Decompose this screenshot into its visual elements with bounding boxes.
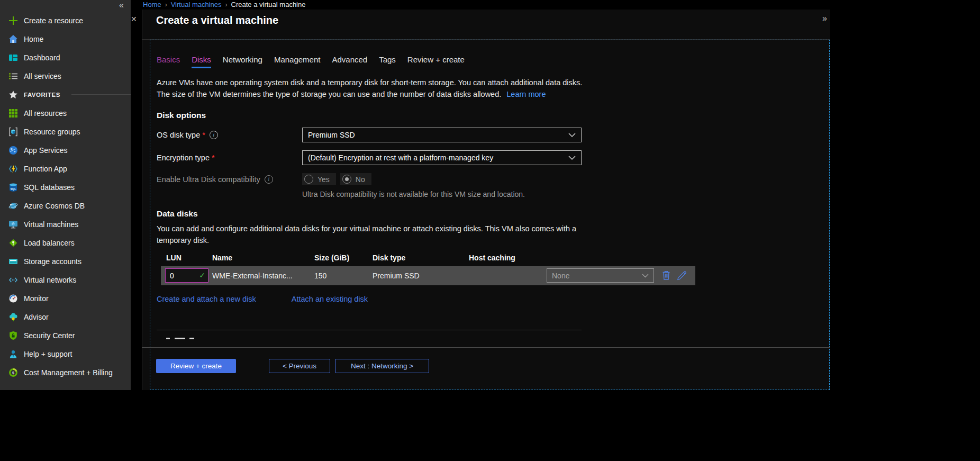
encryption-type-select[interactable]: (Default) Encryption at rest with a plat… — [302, 150, 582, 165]
tab-tags[interactable]: Tags — [379, 55, 396, 68]
data-disks-description: You can add and configure additional dat… — [157, 223, 577, 246]
sidebar-item-azure-cosmos-db[interactable]: Azure Cosmos DB — [0, 196, 131, 215]
chevron-down-icon — [568, 133, 576, 138]
sidebar-item-all-services[interactable]: All services — [0, 67, 131, 85]
info-icon[interactable]: i — [210, 131, 218, 139]
sidebar-item-label: Virtual networks — [24, 276, 76, 284]
sidebar-item-monitor[interactable]: Monitor — [0, 289, 131, 308]
column-header-name: Name — [212, 254, 232, 262]
tab-advanced[interactable]: Advanced — [332, 55, 367, 68]
ultra-disk-radio-group: Yes No — [302, 173, 376, 185]
sidebar-item-sql-databases[interactable]: SQL SQL databases — [0, 178, 131, 196]
sidebar-item-function-app[interactable]: Function App — [0, 159, 131, 178]
os-disk-type-value: Premium SSD — [308, 131, 355, 139]
sidebar-item-label: App Services — [24, 146, 67, 155]
virtual-machines-icon — [8, 219, 18, 229]
load-balancers-icon — [8, 238, 18, 248]
sidebar-item-virtual-machines[interactable]: Virtual machines — [0, 215, 131, 233]
sidebar-item-label: Cost Management + Billing — [24, 368, 113, 377]
info-icon[interactable]: i — [265, 175, 273, 184]
tab-networking[interactable]: Networking — [223, 55, 262, 68]
encryption-type-row: Encryption type * (Default) Encryption a… — [157, 150, 829, 165]
help-support-icon — [8, 349, 18, 359]
encryption-type-label: Encryption type * — [157, 153, 302, 162]
sidebar-item-label: Dashboard — [24, 53, 60, 62]
clipped-text-fragment — [189, 338, 194, 339]
ultra-disk-no-radio: No — [340, 173, 371, 185]
previous-button[interactable]: < Previous — [269, 359, 330, 373]
sidebar-item-create-a-resource[interactable]: Create a resource — [0, 11, 131, 30]
resource-groups-icon — [8, 126, 18, 137]
header-divider — [142, 39, 830, 40]
sidebar-item-advisor[interactable]: Advisor — [0, 308, 131, 326]
page-title: Create a virtual machine — [156, 14, 278, 26]
monitor-icon — [8, 293, 18, 303]
lun-field: ✓ — [165, 268, 208, 283]
ultra-disk-row: Enable Ultra Disk compatibility i Yes No — [157, 173, 829, 185]
sidebar-item-load-balancers[interactable]: Load balancers — [0, 233, 131, 252]
sidebar-item-label: Load balancers — [24, 239, 75, 247]
os-disk-type-row: OS disk type * i Premium SSD — [157, 128, 829, 142]
os-disk-type-select[interactable]: Premium SSD — [302, 128, 582, 142]
sidebar-item-app-services[interactable]: App Services — [0, 141, 131, 159]
storage-accounts-icon — [8, 256, 18, 266]
sidebar-item-resource-groups[interactable]: Resource groups — [0, 122, 131, 141]
sidebar-item-label: Create a resource — [24, 16, 83, 25]
attach-existing-disk-link[interactable]: Attach an existing disk — [292, 295, 368, 303]
sidebar-item-label: Security Center — [24, 331, 75, 340]
advisor-icon — [8, 312, 18, 322]
edit-disk-icon[interactable] — [677, 270, 687, 282]
disk-size-cell: 150 — [314, 266, 326, 285]
field-label: OS disk type — [157, 131, 200, 139]
data-disk-table-row: ✓ WME-External-Instanc... 150 Premium SS… — [161, 266, 695, 285]
function-app-icon — [8, 164, 18, 174]
ultra-disk-yes-radio: Yes — [302, 173, 336, 185]
expand-blade-icon[interactable]: » — [822, 14, 827, 23]
sidebar-item-all-resources[interactable]: All resources — [0, 104, 131, 122]
sidebar-favorites-header: FAVORITES — [0, 85, 131, 104]
create-attach-new-disk-link[interactable]: Create and attach a new disk — [157, 295, 256, 303]
sidebar-item-label: All services — [24, 72, 61, 80]
breadcrumb-virtual-machines[interactable]: Virtual machines — [171, 1, 222, 8]
sidebar-item-security-center[interactable]: Security Center — [0, 326, 131, 345]
encryption-type-value: (Default) Encryption at rest with a plat… — [308, 153, 493, 162]
disk-name-cell: WME-External-Instanc... — [212, 266, 293, 285]
tab-disks[interactable]: Disks — [192, 55, 211, 68]
next-networking-button[interactable]: Next : Networking > — [335, 359, 429, 373]
sidebar-item-home[interactable]: Home — [0, 30, 131, 48]
column-header-size: Size (GiB) — [314, 254, 349, 262]
sidebar-item-label: SQL databases — [24, 183, 75, 192]
tab-management[interactable]: Management — [274, 55, 321, 68]
sidebar-item-label: All resources — [24, 109, 67, 117]
host-caching-select: None — [547, 268, 654, 283]
sidebar-item-help-support[interactable]: Help + support — [0, 345, 131, 363]
chevron-down-icon — [642, 274, 649, 278]
star-icon — [8, 89, 18, 100]
sidebar-item-storage-accounts[interactable]: Storage accounts — [0, 252, 131, 270]
sidebar-item-label: Azure Cosmos DB — [24, 202, 85, 210]
sidebar-collapse-icon[interactable]: « — [119, 1, 124, 10]
breadcrumb-home[interactable]: Home — [143, 1, 161, 8]
tab-review-create[interactable]: Review + create — [407, 55, 465, 68]
learn-more-link[interactable]: Learn more — [506, 90, 546, 98]
data-disks-table-header: LUN Name Size (GiB) Disk type Host cachi… — [157, 252, 829, 265]
sidebar-item-dashboard[interactable]: Dashboard — [0, 48, 131, 67]
tab-description-line2: The size of the VM determines the type o… — [157, 90, 501, 98]
ultra-disk-label: Enable Ultra Disk compatibility i — [157, 175, 302, 184]
disk-type-cell: Premium SSD — [373, 266, 420, 285]
disk-options-heading: Disk options — [157, 111, 829, 120]
review-create-button[interactable]: Review + create — [156, 359, 236, 373]
app-services-icon — [8, 145, 18, 155]
sidebar-item-virtual-networks[interactable]: Virtual networks — [0, 270, 131, 289]
favorites-label: FAVORITES — [24, 92, 60, 98]
sidebar-item-label: Monitor — [24, 294, 49, 303]
sidebar-item-cost-management-billing[interactable]: $ Cost Management + Billing — [0, 363, 131, 382]
footer-divider — [142, 347, 830, 348]
tab-basics[interactable]: Basics — [157, 55, 180, 68]
delete-disk-icon[interactable] — [662, 270, 670, 282]
clipped-section-heading — [157, 337, 829, 340]
host-caching-value: None — [552, 272, 569, 280]
radio-checked-icon — [342, 175, 351, 184]
close-icon[interactable]: ✕ — [131, 15, 137, 23]
security-center-icon — [8, 330, 18, 340]
